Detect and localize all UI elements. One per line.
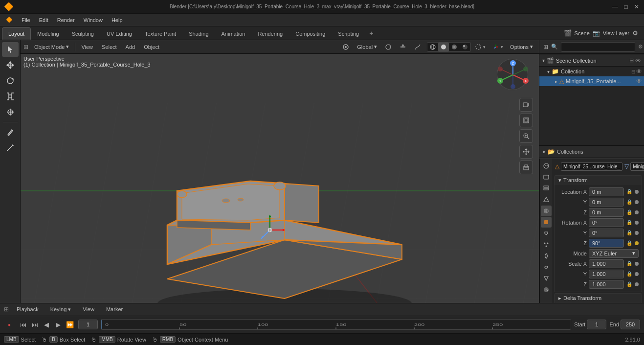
render-props-button[interactable] [541, 161, 552, 171]
tab-animation[interactable]: Animation [215, 27, 252, 40]
tab-shading[interactable]: Shading [182, 27, 215, 40]
rendered-button[interactable] [460, 43, 470, 51]
scale-z-lock[interactable]: 🔒 [626, 281, 633, 288]
location-z-dot[interactable] [635, 210, 639, 214]
particles-props-button[interactable] [541, 239, 552, 250]
constraints-props-button[interactable] [541, 262, 552, 273]
modifier-props-button[interactable] [541, 228, 552, 239]
object-eye-icon[interactable]: 👁 [636, 78, 642, 85]
orthographic-view-button[interactable] [519, 114, 533, 127]
world-props-button[interactable] [541, 206, 552, 216]
data-props-button[interactable] [541, 273, 552, 284]
edit-menu[interactable]: Edit [35, 16, 52, 24]
render-menu[interactable]: Render [53, 16, 79, 24]
cursor-tool-button[interactable] [2, 42, 19, 57]
object-name-field[interactable]: Minigolf_35...ourse_Hole_ [561, 162, 622, 171]
search-zoom-button[interactable] [519, 129, 533, 143]
select-menu[interactable]: Select [99, 43, 120, 51]
add-menu[interactable]: Add [123, 43, 138, 51]
end-frame-field[interactable]: 250 [621, 320, 640, 329]
scene-selector[interactable]: Scene [575, 30, 590, 36]
play-reverse-button[interactable]: ◀ [41, 319, 52, 330]
play-button[interactable]: ▶ [53, 319, 64, 330]
measure-tool-button[interactable] [2, 140, 19, 155]
playback-menu[interactable]: Playback [13, 305, 43, 313]
rotation-y-lock[interactable]: 🔒 [626, 230, 633, 236]
location-x-field[interactable]: 0 m [589, 187, 624, 196]
collection-row[interactable]: ▾ 📁 Collection ⊟ 👁 [539, 67, 644, 76]
location-x-lock[interactable]: 🔒 [626, 188, 633, 195]
view-menu[interactable]: View [78, 43, 96, 51]
view-layer-selector[interactable]: View Layer [603, 30, 629, 36]
marker-menu[interactable]: Marker [102, 305, 127, 313]
scene-props-button[interactable] [541, 194, 552, 205]
scene-collection-eye-icon[interactable]: 👁 [635, 57, 641, 64]
scale-y-field[interactable]: 1.000 [589, 270, 624, 278]
scale-z-field[interactable]: 1.000 [589, 280, 624, 289]
close-button[interactable]: ✕ [633, 3, 640, 10]
rotation-z-dot[interactable] [635, 241, 639, 245]
object-mode-selector[interactable]: Object Mode ▾ [31, 43, 72, 51]
3d-viewport[interactable]: ⊞ Object Mode ▾ View Select Add Object G… [21, 40, 539, 303]
camera-view-button[interactable] [519, 98, 533, 112]
scale-x-lock[interactable]: 🔒 [626, 260, 633, 267]
location-z-field[interactable]: 0 m [589, 208, 624, 217]
tab-compositing[interactable]: Compositing [289, 27, 332, 40]
outliner-search-input[interactable] [561, 42, 635, 52]
rotation-x-field[interactable]: 0° [589, 218, 624, 227]
tab-texture-paint[interactable]: Texture Paint [138, 27, 182, 40]
scale-y-dot[interactable] [635, 272, 639, 276]
tab-scripting[interactable]: Scripting [332, 27, 365, 40]
solid-button[interactable] [438, 43, 449, 51]
current-frame-field[interactable]: 1 [78, 320, 98, 329]
rotation-x-lock[interactable]: 🔒 [626, 219, 633, 226]
rotation-z-lock[interactable]: 🔒 [626, 240, 633, 247]
overlay-toggle[interactable]: ▾ [472, 43, 489, 51]
mesh-name-field[interactable]: Minigolf_35_P...ourse_Hole_3 [630, 162, 644, 171]
scene-collection-row[interactable]: ▾ 🎬 Scene Collection ⊟ 👁 [539, 55, 644, 67]
tab-uv-editing[interactable]: UV Editing [100, 27, 138, 40]
location-y-dot[interactable] [635, 200, 639, 204]
window-controls[interactable]: — □ ✕ [612, 3, 640, 10]
rotation-y-dot[interactable] [635, 231, 639, 235]
tab-rendering[interactable]: Rendering [251, 27, 289, 40]
scale-z-dot[interactable] [635, 282, 639, 286]
annotate-tool-button[interactable] [2, 125, 19, 139]
step-back-button[interactable]: ⏭ [29, 319, 40, 330]
collection-filter-icon[interactable]: ⊟ [631, 69, 635, 74]
output-props-button[interactable] [541, 172, 552, 183]
tab-layout[interactable]: Layout [2, 27, 31, 40]
custom-orientation[interactable] [411, 43, 424, 51]
location-z-lock[interactable]: 🔒 [626, 209, 633, 216]
location-y-lock[interactable]: 🔒 [626, 199, 633, 206]
pan-view-button[interactable] [519, 145, 533, 159]
rotation-mode-selector[interactable]: XYZ Euler ▾ [589, 249, 639, 258]
outliner-filter-icon[interactable]: ⚙ [638, 44, 643, 50]
collections-bar[interactable]: ▸ 📂 Collections [539, 145, 644, 158]
transform-tool-button[interactable] [2, 105, 19, 119]
material-props-button[interactable] [541, 284, 552, 295]
blender-menu[interactable]: 🔶 [2, 16, 17, 24]
rotate-tool-button[interactable] [2, 73, 19, 88]
keying-menu[interactable]: Keying ▾ [46, 305, 75, 314]
scale-x-field[interactable]: 1.000 [589, 259, 624, 268]
viewport-navigation-gizmo[interactable]: Z X Y [497, 59, 531, 93]
jump-end-button[interactable]: ⏩ [65, 319, 75, 330]
add-workspace-button[interactable]: + [365, 26, 377, 40]
delta-transform-header[interactable]: ▸ Delta Transform [555, 294, 642, 303]
nav-gizmo-circle[interactable]: Z X Y [497, 59, 528, 90]
collection-eye-icon[interactable]: 👁 [636, 68, 642, 75]
snap-options[interactable] [397, 43, 409, 51]
object-props-button[interactable] [541, 217, 552, 228]
minimize-button[interactable]: — [612, 3, 619, 10]
tab-modeling[interactable]: Modeling [31, 27, 66, 40]
transform-header[interactable]: ▾ Transform [555, 176, 642, 185]
view-menu-timeline[interactable]: View [79, 305, 98, 313]
filter-icon[interactable]: ⚙ [632, 29, 638, 37]
viewport-options-button[interactable]: Options ▾ [507, 43, 536, 51]
tab-sculpting[interactable]: Sculpting [66, 27, 100, 40]
start-frame-field[interactable]: 1 [587, 320, 606, 329]
file-menu[interactable]: File [18, 16, 34, 24]
window-menu[interactable]: Window [80, 16, 107, 24]
global-space-selector[interactable]: Global ▾ [354, 43, 380, 51]
